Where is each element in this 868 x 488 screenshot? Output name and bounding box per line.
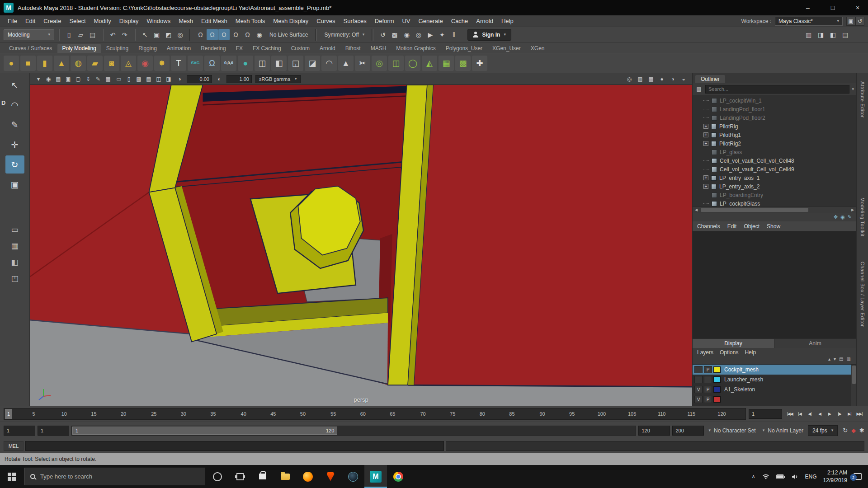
sign-in-button[interactable]: Sign In ▾ xyxy=(467,29,511,41)
separate-icon[interactable]: ◧ xyxy=(271,56,287,71)
workspace-lock-icon[interactable]: ▣ xyxy=(846,17,855,26)
empty-layer-icon[interactable]: ▤ xyxy=(839,357,843,364)
expand-toggle-icon[interactable] xyxy=(703,184,708,189)
film-gate-icon[interactable]: ▭ xyxy=(114,75,124,84)
channel-box-menu-item[interactable]: Edit xyxy=(727,223,737,230)
expand-toggle-icon[interactable] xyxy=(703,141,708,146)
menu-item[interactable]: Surfaces xyxy=(340,15,371,27)
task-view-button[interactable] xyxy=(229,465,251,488)
chrome-button[interactable] xyxy=(387,465,410,488)
quad-draw-icon[interactable]: ▦ xyxy=(439,56,454,71)
side-tab[interactable]: Attribute Editor xyxy=(860,78,865,122)
hypershade-layout[interactable]: ◰ xyxy=(5,271,24,286)
gamma-field[interactable]: 1.00 xyxy=(226,75,252,83)
menu-item[interactable]: Help xyxy=(497,15,518,27)
shelf-tab[interactable]: XGen_User xyxy=(488,44,525,53)
tool-settings-toggle-icon[interactable]: ◧ xyxy=(827,29,839,40)
shelf-tab[interactable]: FX Caching xyxy=(248,44,286,53)
store-button[interactable] xyxy=(251,465,274,488)
poly-torus-icon[interactable]: ◍ xyxy=(71,56,86,71)
volume-icon[interactable] xyxy=(792,474,799,480)
grease-pencil-icon[interactable]: ✎ xyxy=(93,75,103,84)
animation-end-field[interactable]: 200 xyxy=(672,426,704,436)
outliner-item[interactable]: PilotRig xyxy=(693,122,856,131)
menu-item[interactable]: Edit Mesh xyxy=(197,15,231,27)
scroll-track[interactable] xyxy=(700,207,849,213)
go-to-start-button[interactable]: |◀◀ xyxy=(785,408,795,419)
start-button[interactable] xyxy=(0,465,24,488)
fps-dropdown[interactable]: 24 fps ▾ xyxy=(808,425,838,436)
outliner-item[interactable]: Cell_vol_vault_Cell_vol_Cell48 xyxy=(693,156,856,165)
layer-vscrollbar[interactable] xyxy=(851,365,856,406)
menu-item[interactable]: Mesh xyxy=(175,15,197,27)
scroll-thumb[interactable] xyxy=(701,208,808,212)
select-component-icon[interactable]: ◩ xyxy=(163,29,174,40)
redo-icon[interactable]: ↷ xyxy=(119,29,130,40)
scroll-thumb[interactable] xyxy=(852,366,856,384)
playback-start-field[interactable]: 1 xyxy=(38,426,69,436)
step-back-frame-button[interactable]: ◀| xyxy=(805,408,815,419)
viewport-canvas[interactable] xyxy=(30,85,692,406)
image-plane-icon[interactable]: ▢ xyxy=(73,75,83,84)
expand-toggle-icon[interactable] xyxy=(703,175,708,180)
manipulator-icon[interactable]: ✥ xyxy=(834,215,838,221)
layer-color-swatch[interactable] xyxy=(713,376,721,383)
view-transform-dropdown[interactable]: sRGB gamma ▾ xyxy=(255,75,301,83)
svg-tool-icon[interactable]: SVG xyxy=(188,56,203,71)
current-frame-marker[interactable]: 1 xyxy=(5,409,12,419)
shelf-tab[interactable]: XGen xyxy=(526,44,549,53)
channel-box-menu-item[interactable]: Show xyxy=(767,223,780,230)
layer-editor-tab[interactable]: Display xyxy=(693,339,774,348)
shelf-tab[interactable]: FX xyxy=(231,44,247,53)
outliner-item[interactable]: LP_cockpitGlass xyxy=(693,199,856,206)
wireframe-shaded-icon[interactable]: ▦ xyxy=(646,75,656,84)
menu-item[interactable]: Create xyxy=(39,15,65,27)
outliner-tab[interactable]: Outliner xyxy=(695,75,725,83)
layer-playback-cell[interactable]: P xyxy=(704,386,712,393)
safe-title-icon[interactable]: ◨ xyxy=(164,75,174,84)
poly-cone-icon[interactable]: ▲ xyxy=(54,56,69,71)
poly-cube-icon[interactable]: ■ xyxy=(20,56,36,71)
paint-select-tool[interactable]: ✎ xyxy=(5,116,24,134)
playback-end-field[interactable]: 120 xyxy=(638,426,670,436)
poly-sphere-icon[interactable]: ● xyxy=(4,56,19,71)
layer-row[interactable]: V P A1_Skeleton xyxy=(693,385,856,394)
outliner-item[interactable]: LandingPod_floor1 xyxy=(693,105,856,113)
move-tool[interactable]: ✛ xyxy=(5,136,24,154)
expand-toggle-icon[interactable] xyxy=(703,124,708,129)
layer-row[interactable]: Launcher_mesh xyxy=(693,375,856,385)
step-forward-frame-button[interactable]: |▶ xyxy=(835,408,844,419)
close-button[interactable]: × xyxy=(847,0,868,15)
layer-color-swatch[interactable] xyxy=(713,386,721,393)
file-explorer-button[interactable] xyxy=(274,465,297,488)
shelf-tab[interactable]: Sculpting xyxy=(102,44,133,53)
channel-box-menu-item[interactable]: Channels xyxy=(697,223,720,230)
render-icon[interactable]: ◉ xyxy=(401,29,412,40)
camera-attrs-icon[interactable]: ▤ xyxy=(53,75,63,84)
scroll-right-icon[interactable] xyxy=(849,207,856,213)
maximize-button[interactable]: □ xyxy=(822,0,843,15)
smooth-sphere-icon[interactable]: ● xyxy=(238,56,253,71)
connect-icon[interactable]: ▩ xyxy=(455,56,471,71)
channel-edit-icon[interactable]: ✎ xyxy=(848,215,852,221)
step-back-key-button[interactable]: |◀ xyxy=(795,408,805,419)
snap-point-icon[interactable]: Ω xyxy=(218,29,230,40)
lighting-icon[interactable]: ◑ xyxy=(668,75,678,84)
exposure-icon[interactable]: ◑ xyxy=(175,75,184,84)
textured-icon[interactable]: ● xyxy=(657,75,667,84)
clock[interactable]: 2:12 AM 12/9/2019 xyxy=(823,469,847,483)
brave-button[interactable] xyxy=(319,465,342,488)
single-pane-toggle-icon[interactable]: ▥ xyxy=(803,29,814,40)
cortana-button[interactable] xyxy=(206,465,229,488)
shelf-tab[interactable]: Animation xyxy=(162,44,195,53)
layer-visibility-cell[interactable] xyxy=(694,376,703,383)
symmetry-dropdown[interactable]: Symmetry: Off ▾ xyxy=(321,32,368,38)
minimize-button[interactable]: – xyxy=(797,0,818,15)
snap-view-plane-icon[interactable]: Ω xyxy=(242,29,253,40)
range-track[interactable]: 1 120 xyxy=(71,426,636,436)
layer-color-swatch[interactable] xyxy=(713,366,721,373)
make-live-icon[interactable]: ◉ xyxy=(254,29,265,40)
side-tab[interactable]: Channel Box / Layer Editor xyxy=(860,258,865,330)
outliner-filter-icon[interactable]: ▤ xyxy=(695,86,703,92)
play-forwards-button[interactable]: ▶ xyxy=(825,408,835,419)
